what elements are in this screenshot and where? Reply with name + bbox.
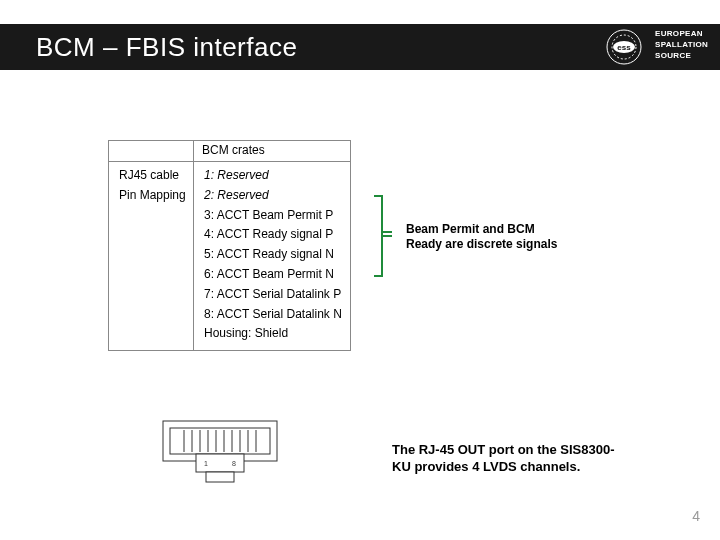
table-row: 8: ACCT Serial Datalink N bbox=[204, 305, 340, 325]
table-row: 7: ACCT Serial Datalink P bbox=[204, 285, 340, 305]
svg-text:8: 8 bbox=[232, 460, 236, 467]
logo-line: SOURCE bbox=[655, 50, 708, 61]
logo-line: EUROPEAN bbox=[655, 28, 708, 39]
rj45-connector-icon: 1 8 bbox=[160, 418, 280, 488]
svg-rect-17 bbox=[206, 472, 234, 482]
page-number: 4 bbox=[692, 508, 700, 524]
slide-title: BCM – FBIS interface bbox=[36, 32, 297, 63]
bracket-annotation-text: Beam Permit and BCMReady are discrete si… bbox=[406, 222, 557, 251]
ess-logo-text: EUROPEAN SPALLATION SOURCE bbox=[655, 28, 708, 61]
table-col-right: BCM crates 1: Reserved2: Reserved3: ACCT… bbox=[193, 141, 350, 350]
logo-line: SPALLATION bbox=[655, 39, 708, 50]
table-body-right: 1: Reserved2: Reserved3: ACCT Beam Permi… bbox=[194, 162, 350, 350]
table-row: 4: ACCT Ready signal P bbox=[204, 225, 340, 245]
table-header-left bbox=[109, 141, 193, 162]
table-row: 6: ACCT Beam Permit N bbox=[204, 265, 340, 285]
table-header-right: BCM crates bbox=[194, 141, 350, 162]
slide: BCM – FBIS interface ess EUROPEAN SPALLA… bbox=[0, 0, 720, 540]
svg-text:1: 1 bbox=[204, 460, 208, 467]
rj45-annotation: The RJ-45 OUT port on the SIS8300-KU pro… bbox=[392, 442, 615, 476]
table-row: Housing: Shield bbox=[204, 324, 340, 344]
table-col-left: RJ45 cable Pin Mapping bbox=[109, 141, 193, 350]
table-row: 3: ACCT Beam Permit P bbox=[204, 206, 340, 226]
svg-text:ess: ess bbox=[617, 43, 631, 52]
table-row: 5: ACCT Ready signal N bbox=[204, 245, 340, 265]
table-row: RJ45 cable bbox=[119, 166, 183, 186]
table-row: Pin Mapping bbox=[119, 186, 183, 206]
table-row: 1: Reserved bbox=[204, 166, 340, 186]
ess-logo-icon: ess bbox=[604, 27, 644, 67]
table-row: 2: Reserved bbox=[204, 186, 340, 206]
bracket-annotation: Beam Permit and BCMReady are discrete si… bbox=[406, 222, 557, 252]
pin-mapping-table: RJ45 cable Pin Mapping BCM crates 1: Res… bbox=[108, 140, 351, 351]
svg-rect-5 bbox=[170, 428, 270, 454]
table-body-left: RJ45 cable Pin Mapping bbox=[109, 162, 193, 212]
rj45-annotation-text: The RJ-45 OUT port on the SIS8300-KU pro… bbox=[392, 442, 615, 474]
bracket-icon bbox=[372, 194, 394, 278]
